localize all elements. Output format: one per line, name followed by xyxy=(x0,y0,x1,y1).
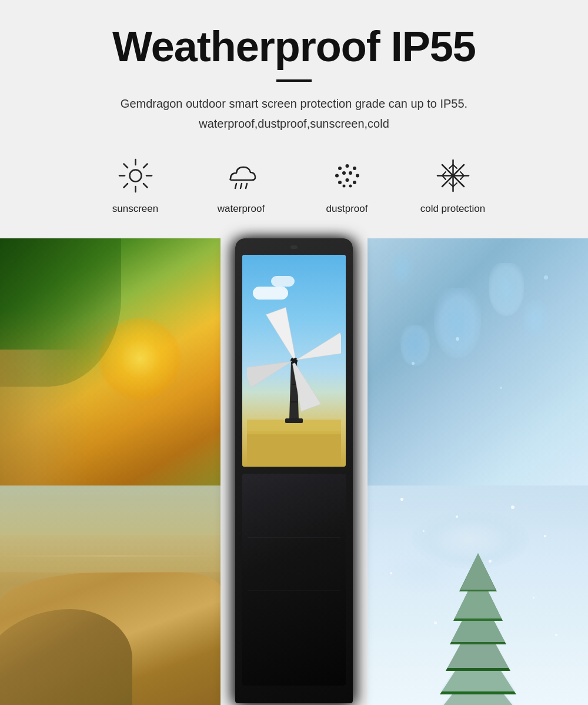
device-screen xyxy=(242,255,346,467)
feature-sunscreen: sunscreen xyxy=(100,155,171,215)
photo-top-right xyxy=(368,238,588,485)
svg-marker-61 xyxy=(460,553,496,590)
subtitle: Gemdragon outdoor smart screen protectio… xyxy=(88,94,500,134)
svg-line-5 xyxy=(123,164,128,168)
photo-bottom-left xyxy=(0,485,220,705)
svg-marker-45 xyxy=(293,332,341,370)
svg-line-11 xyxy=(246,184,247,188)
feature-dustproof: dustproof xyxy=(312,155,382,215)
svg-point-21 xyxy=(353,181,356,184)
svg-rect-47 xyxy=(285,418,303,423)
device-lower-body xyxy=(242,474,346,686)
sun-icon xyxy=(115,155,156,196)
sunscreen-label: sunscreen xyxy=(112,203,158,215)
svg-point-14 xyxy=(353,167,356,170)
svg-line-8 xyxy=(123,184,128,188)
svg-point-12 xyxy=(338,167,342,170)
svg-line-7 xyxy=(143,164,148,168)
svg-point-22 xyxy=(342,184,345,187)
page-title: Weatherproof IP55 xyxy=(35,24,553,70)
svg-point-19 xyxy=(338,181,342,184)
svg-point-0 xyxy=(129,169,141,181)
photo-top-left xyxy=(0,238,220,485)
svg-point-16 xyxy=(342,171,346,175)
title-divider xyxy=(276,79,312,82)
feature-cold-protection: cold protection xyxy=(417,155,488,215)
photo-grid xyxy=(0,238,588,705)
svg-rect-36 xyxy=(247,431,341,467)
snowflake-icon xyxy=(432,155,473,196)
cloud-rain-icon xyxy=(220,155,262,196)
svg-marker-46 xyxy=(247,352,295,388)
svg-point-15 xyxy=(335,174,339,177)
svg-line-10 xyxy=(240,184,242,188)
device xyxy=(226,238,362,705)
device-column xyxy=(220,238,368,705)
svg-point-13 xyxy=(345,164,349,168)
svg-marker-43 xyxy=(266,307,303,362)
device-body xyxy=(235,238,353,703)
photo-bottom-right xyxy=(368,485,588,705)
svg-point-20 xyxy=(345,178,349,182)
svg-line-6 xyxy=(143,184,148,188)
dustproof-label: dustproof xyxy=(326,203,368,215)
svg-line-9 xyxy=(235,184,236,188)
header-section: Weatherproof IP55 Gemdragon outdoor smar… xyxy=(0,0,588,238)
svg-point-23 xyxy=(349,184,352,187)
cold-protection-label: cold protection xyxy=(420,203,486,215)
svg-point-18 xyxy=(356,174,359,177)
dust-dots-icon xyxy=(326,155,368,196)
device-camera xyxy=(290,245,298,249)
feature-waterproof: waterproof xyxy=(206,155,276,215)
waterproof-label: waterproof xyxy=(218,203,265,215)
features-row: sunscreen waterproof xyxy=(35,155,553,215)
svg-point-17 xyxy=(349,171,352,175)
